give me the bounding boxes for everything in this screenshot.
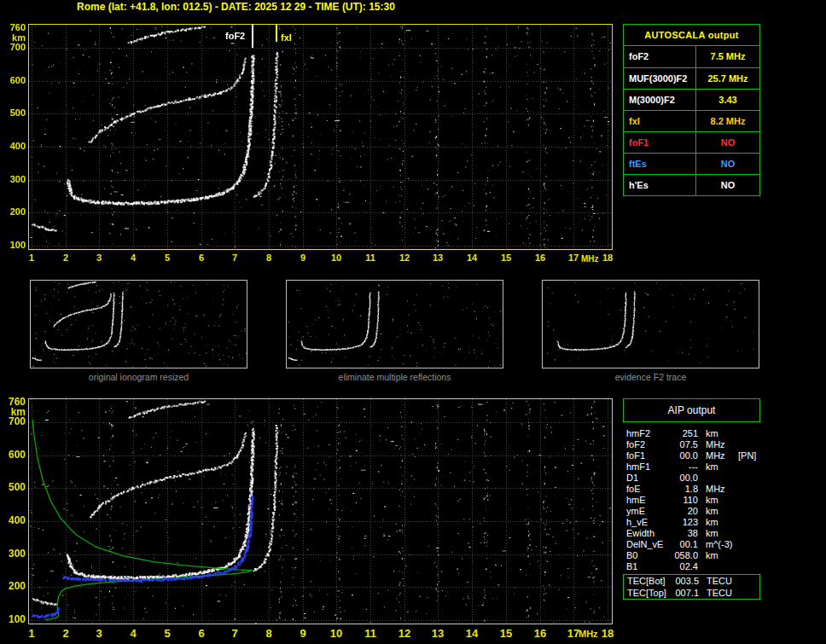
autoscala-param-value: NO [695, 154, 759, 174]
x-tick-label: 5 [157, 627, 177, 640]
x-tick-label: 6 [191, 627, 212, 640]
x-tick-label: 10 [326, 252, 346, 263]
aip-param-value: 007.1 [672, 587, 699, 599]
aip-param-unit: km [698, 528, 737, 539]
x-tick-label: 14 [462, 252, 482, 263]
aip-param-value: 058.0 [671, 550, 698, 561]
aip-param-unit: MHz [698, 450, 737, 461]
aip-param-flag [737, 550, 760, 561]
aip-row: hmF1---km [626, 461, 760, 473]
aip-param-flag [737, 539, 760, 550]
x-tick-label: 1 [21, 627, 42, 640]
aip-param-value: 38 [671, 528, 698, 539]
aip-param-flag: [PN] [737, 450, 760, 461]
autoscala-row: fxI8.2 MHz [624, 110, 759, 131]
aip-param-flag [737, 506, 760, 517]
aip-param-unit: km [698, 506, 737, 517]
aip-param-name: TEC[Bot] [627, 575, 672, 587]
autoscala-param-value: NO [695, 175, 759, 195]
y-tick-label: 600 [2, 75, 26, 85]
y-tick-label: 300 [2, 548, 26, 559]
aip-param-name: ymE [626, 506, 671, 517]
aip-param-flag [738, 587, 759, 599]
aip-param-name: B1 [626, 561, 671, 572]
aip-param-flag [737, 517, 760, 528]
y-tick-label: 200 [2, 581, 26, 591]
x-tick-label: 16 [530, 252, 550, 263]
autoscala-row: MUF(3000)F225.7 MHz [624, 67, 759, 89]
fxI-marker-label: fxI [281, 32, 292, 43]
aip-param-name: B0 [626, 550, 671, 561]
aip-row: Ewidth38km [626, 528, 760, 539]
x-tick-label: 13 [428, 627, 448, 640]
aip-param-flag [737, 561, 760, 572]
x-tick-label: 11 [360, 252, 381, 263]
aip-param-name: TEC[Top] [627, 587, 672, 599]
x-tick-label: 10 [326, 627, 346, 640]
aip-row: B102.4 [626, 561, 760, 572]
autoscala-param-name: fxI [624, 111, 695, 131]
aip-param-flag [737, 484, 760, 495]
aip-row: foE1.8MHz [626, 484, 760, 495]
autoscala-table-rows: foF27.5 MHzMUF(3000)F225.7 MHzM(3000)F23… [624, 46, 759, 195]
autoscala-param-name: M(3000)F2 [624, 90, 695, 110]
y-tick-label: 400 [2, 515, 26, 525]
aip-param-unit: MHz [698, 484, 737, 495]
x-tick-label: 1 [21, 252, 42, 263]
aip-row: D100.0 [626, 473, 760, 484]
aip-param-unit: km [698, 461, 737, 473]
autoscala-param-value: 3.43 [695, 90, 759, 110]
aip-param-unit: km [698, 495, 737, 506]
thumbnail-caption: evidence F2 trace [542, 372, 759, 382]
aip-param-value: 02.4 [671, 561, 698, 572]
aip-parameter-rows: hmF2251kmfoF207.5MHzfoF100.0MHz[PN]hmF1-… [623, 428, 760, 572]
y-tick-label: 300 [2, 174, 26, 184]
aip-param-unit: km [698, 428, 737, 439]
aip-param-name: Ewidth [626, 528, 671, 539]
page-title: Rome (lat: +41.8, lon: 012.5) - DATE: 20… [77, 1, 395, 13]
aip-param-unit: TECU [699, 575, 738, 587]
aip-param-value: 20 [671, 506, 698, 517]
aip-row: B0058.0km [626, 550, 760, 561]
autoscala-row: foF1NO [624, 131, 759, 153]
aip-row: DelN_vE00.1m^(-3) [626, 539, 760, 550]
aip-param-value: 07.5 [671, 439, 698, 450]
aip-param-name: hmF2 [626, 428, 671, 439]
aip-param-value: 00.0 [671, 450, 698, 461]
aip-param-value: 123 [671, 517, 698, 528]
autoscala-param-value: 8.2 MHz [695, 111, 759, 131]
aip-param-unit: TECU [699, 587, 738, 599]
aip-param-unit: MHz [698, 439, 737, 450]
x-tick-label: 8 [259, 627, 279, 640]
x-tick-label: 12 [394, 252, 415, 263]
foF2-marker-label: foF2 [225, 31, 245, 41]
y-tick-label: 100 [2, 614, 26, 624]
autoscala-param-name: h'Es [624, 175, 695, 195]
aip-row: h_vE123km [626, 517, 760, 528]
aip-param-unit [698, 561, 737, 572]
x-tick-label: 6 [191, 252, 212, 263]
x-tick-label: 18 [597, 627, 618, 640]
x-tick-label: 11 [360, 627, 381, 640]
y-tick-label: 600 [2, 450, 26, 460]
thumbnail-evidence-f2-trace [542, 280, 759, 368]
aip-param-value: 110 [671, 495, 698, 506]
fxI-marker-line [276, 24, 277, 42]
aip-param-flag [737, 439, 760, 450]
thumbnail-original-ionogram [30, 280, 247, 368]
x-tick-label: 14 [462, 627, 482, 640]
aip-param-value: --- [671, 461, 698, 473]
aip-param-name: foE [626, 484, 671, 495]
aip-param-name: hmF1 [626, 461, 671, 473]
x-axis-unit: MHz [581, 254, 599, 264]
x-tick-label: 16 [530, 627, 550, 640]
bottom-ionogram-canvas [28, 398, 613, 624]
autoscala-param-name: foF2 [624, 46, 695, 67]
aip-row: TEC[Bot]003.5TECU [627, 575, 759, 587]
autoscala-param-name: foF1 [624, 132, 695, 153]
y-axis-unit: km [2, 407, 26, 417]
aip-param-name: foF1 [626, 450, 671, 461]
x-tick-label: 18 [597, 252, 618, 263]
autoscala-row: foF27.5 MHz [624, 46, 759, 67]
y-axis-unit: km [2, 32, 26, 43]
